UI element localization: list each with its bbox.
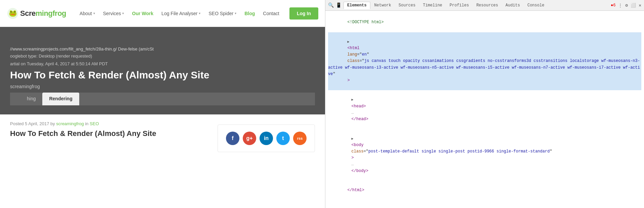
social-share: f g+ in t rss bbox=[218, 125, 315, 152]
devtools-dock-icon[interactable]: ⬜ bbox=[631, 3, 636, 8]
devtools-tab-sources[interactable]: Sources bbox=[395, 2, 419, 9]
devtools-device-icon[interactable]: 📱 bbox=[336, 2, 341, 8]
post-author-link[interactable]: screamingfrog bbox=[56, 121, 84, 126]
nav-item-services[interactable]: Services ▾ bbox=[100, 8, 128, 19]
dt-head-caret[interactable]: ▶ bbox=[352, 98, 354, 102]
hero-content: //www.screamingprojects.com/filt_ang_fet… bbox=[10, 46, 315, 93]
devtools-toolbar: 🔍 📱 Elements Network Sources Timeline Pr… bbox=[325, 0, 644, 11]
search-icon[interactable]: 🔍 bbox=[328, 2, 334, 8]
hero-title: How To Fetch & Render (Almost) Any Site bbox=[10, 69, 315, 81]
devtools-tab-network[interactable]: Network bbox=[371, 2, 395, 9]
devtools-error-count: ●6 bbox=[611, 3, 615, 8]
dt-head-line[interactable]: ▶ <head> … </head> bbox=[328, 90, 641, 129]
dt-html-caret[interactable]: ▶ bbox=[348, 40, 350, 44]
chevron-down-icon: ▾ bbox=[235, 11, 236, 15]
devtools-tab-audits[interactable]: Audits bbox=[502, 2, 523, 9]
nav-item-about[interactable]: About ▾ bbox=[76, 8, 98, 19]
nav-item-contact[interactable]: Contact bbox=[260, 8, 282, 19]
tab-loading[interactable]: hing bbox=[20, 93, 42, 105]
tab-rendering[interactable]: Rendering bbox=[42, 93, 79, 105]
login-button[interactable]: Log In bbox=[289, 7, 318, 20]
devtools-tab-profiles[interactable]: Profiles bbox=[446, 2, 472, 9]
devtools-tab-console[interactable]: Console bbox=[524, 2, 548, 9]
devtools-tabs: Elements Network Sources Timeline Profil… bbox=[343, 2, 548, 9]
chevron-down-icon: ▾ bbox=[122, 11, 124, 15]
dt-html-close-line: </html> bbox=[328, 181, 641, 200]
nav-item-log-file-analyser[interactable]: Log File Analyser ▾ bbox=[158, 8, 204, 19]
svg-text:🐸: 🐸 bbox=[9, 9, 17, 17]
chevron-down-icon: ▾ bbox=[199, 11, 200, 15]
tabs-bar: hing Rendering bbox=[10, 93, 315, 105]
hero-subtitle: screamingfrog bbox=[10, 84, 315, 89]
social-linkedin-button[interactable]: in bbox=[260, 132, 273, 145]
post-title-main: How To Fetch & Render (Almost) Any Site bbox=[10, 129, 208, 139]
nav-bar: 🐸 Scremingfrog About ▾ Services ▾ Our Wo… bbox=[0, 0, 325, 27]
social-facebook-button[interactable]: f bbox=[226, 132, 239, 145]
post-meta: Posted 5 April, 2017 by screamingfrog in… bbox=[10, 121, 208, 126]
dt-body-line[interactable]: ▶ <body class="post-template-default sin… bbox=[328, 129, 641, 181]
social-rss-button[interactable]: rss bbox=[293, 132, 307, 145]
dt-body-caret[interactable]: ▶ bbox=[352, 137, 354, 141]
devtools-menu-icon[interactable]: ⋮ bbox=[618, 3, 623, 8]
post-category-link[interactable]: SEO bbox=[90, 121, 99, 126]
devtools-close-icon[interactable]: ✕ bbox=[639, 3, 641, 8]
devtools-tab-timeline[interactable]: Timeline bbox=[419, 2, 446, 9]
logo[interactable]: 🐸 Scremingfrog bbox=[7, 7, 66, 20]
logo-text: Scremingfrog bbox=[20, 9, 66, 18]
website-panel: 🐸 Scremingfrog About ▾ Services ▾ Our Wo… bbox=[0, 0, 325, 208]
nav-item-blog[interactable]: Blog bbox=[241, 8, 258, 19]
devtools-code-view[interactable]: <!DOCTYPE html> ▶ <html lang="en" class=… bbox=[325, 11, 644, 208]
nav-item-seo-spider[interactable]: SEO Spider ▾ bbox=[205, 8, 240, 19]
nav-links: About ▾ Services ▾ Our Work Log File Ana… bbox=[76, 8, 286, 19]
hero-url: //www.screamingprojects.com/filt_ang_fet… bbox=[10, 46, 315, 51]
dt-html-open-line[interactable]: ▶ <html lang="en" class="js canvas touch… bbox=[328, 32, 641, 91]
hero-area: //www.screamingprojects.com/filt_ang_fet… bbox=[0, 27, 325, 114]
devtools-tab-resources[interactable]: Resources bbox=[473, 2, 502, 9]
post-area: Posted 5 April, 2017 by screamingfrog in… bbox=[0, 114, 325, 159]
devtools-actions: ●6 ⋮ ⚙ ⬜ ✕ bbox=[611, 3, 641, 8]
devtools-panel: 🔍 📱 Elements Network Sources Timeline Pr… bbox=[325, 0, 644, 208]
hero-meta: ooglebot type: Desktop (render requested… bbox=[10, 54, 315, 59]
devtools-settings-icon[interactable]: ⚙ bbox=[625, 3, 628, 8]
post-main: Posted 5 April, 2017 by screamingfrog in… bbox=[10, 121, 208, 152]
social-twitter-button[interactable]: t bbox=[276, 132, 290, 145]
social-googleplus-button[interactable]: g+ bbox=[243, 132, 256, 145]
nav-item-our-work[interactable]: Our Work bbox=[129, 8, 157, 19]
devtools-tab-elements[interactable]: Elements bbox=[343, 2, 370, 9]
dt-doctype-line: <!DOCTYPE html> bbox=[328, 13, 641, 32]
chevron-down-icon: ▾ bbox=[93, 11, 95, 15]
hero-partial: artial on Tuesday, April 4, 2017 at 5:50… bbox=[10, 61, 315, 66]
